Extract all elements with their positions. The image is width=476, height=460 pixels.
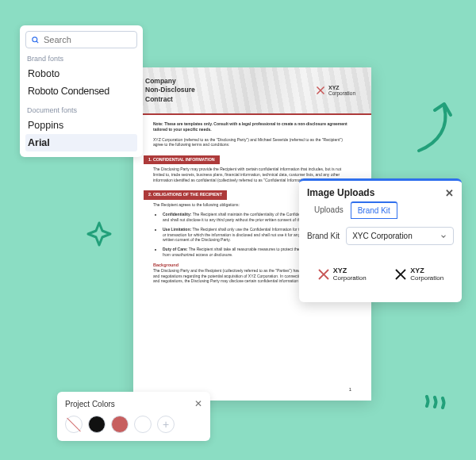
svg-line-1: [36, 40, 38, 42]
document-title-line: Non-Disclosure: [145, 86, 195, 94]
tab-brand-kit[interactable]: Brand Kit: [351, 201, 397, 219]
document-intro: XYZ Corporation (referred to as the "Dis…: [153, 137, 351, 148]
logo-tile-black[interactable]: XYZCorporation: [385, 256, 455, 293]
section-heading-2: 2. OBLIGATIONS OF THE RECIPIENT: [144, 190, 227, 199]
swatch-black[interactable]: [88, 416, 106, 433]
document-title-line: Company: [145, 77, 195, 86]
brandkit-selected-value: XYC Corporation: [352, 232, 413, 240]
font-item-poppins[interactable]: Poppins: [25, 117, 137, 134]
brandkit-label: Brand Kit: [307, 232, 340, 240]
document-header-logo: XYZCorporation: [316, 85, 355, 96]
close-icon[interactable]: ✕: [445, 188, 454, 198]
image-uploads-panel: Image Uploads ✕ Uploads Brand Kit Brand …: [299, 178, 462, 302]
logo-grid: XYZCorporation XYZCorporation: [299, 250, 462, 294]
font-item-roboto-condensed[interactable]: Roboto Condensed: [25, 82, 137, 100]
arrow-decoration: [411, 99, 459, 155]
page-number: 1: [349, 386, 351, 393]
document-title-line: Contract: [145, 95, 195, 104]
document-title: Company Non-Disclosure Contract: [145, 77, 195, 104]
font-search[interactable]: [25, 31, 137, 48]
swatch-row: +: [65, 416, 202, 433]
font-search-input[interactable]: [44, 35, 132, 44]
lines-decoration: [424, 393, 447, 414]
logo-text: XYZCorporation: [333, 267, 367, 282]
swatch-none[interactable]: [65, 416, 83, 433]
tab-uploads[interactable]: Uploads: [307, 201, 351, 219]
project-colors-title: Project Colors: [65, 400, 115, 408]
logo-text: XYZCorporation: [410, 267, 443, 282]
font-panel: Brand fonts Roboto Roboto Condensed Docu…: [20, 25, 143, 157]
logo-tile-red[interactable]: XYZCorporation: [307, 256, 377, 293]
document-note: Note: These are templates only. Consult …: [153, 121, 351, 132]
font-section-document: Document fonts: [27, 106, 137, 114]
sparkle-decoration: [86, 220, 113, 247]
document-header: Company Non-Disclosure Contract XYZCorpo…: [133, 67, 371, 115]
swatch-white[interactable]: [134, 416, 152, 433]
swatch-add[interactable]: +: [157, 416, 175, 433]
chevron-down-icon: [440, 232, 447, 240]
swatch-red[interactable]: [111, 416, 129, 433]
uploads-title: Image Uploads: [307, 187, 374, 198]
x-mark-icon: [317, 268, 330, 281]
close-icon[interactable]: ✕: [194, 398, 202, 409]
search-icon: [31, 36, 40, 44]
x-mark-icon: [394, 268, 407, 281]
uploads-tabs: Uploads Brand Kit: [299, 201, 462, 219]
font-item-arial[interactable]: Arial: [25, 134, 137, 151]
section-heading-1: 1. CONFIDENTIAL INFORMATION: [144, 155, 220, 164]
x-mark-icon: [316, 86, 325, 95]
project-colors-panel: Project Colors ✕ +: [57, 392, 210, 441]
brandkit-select[interactable]: XYC Corporation: [346, 227, 454, 245]
font-section-brand: Brand fonts: [27, 55, 137, 63]
font-item-roboto[interactable]: Roboto: [25, 65, 137, 82]
svg-point-0: [33, 36, 37, 41]
